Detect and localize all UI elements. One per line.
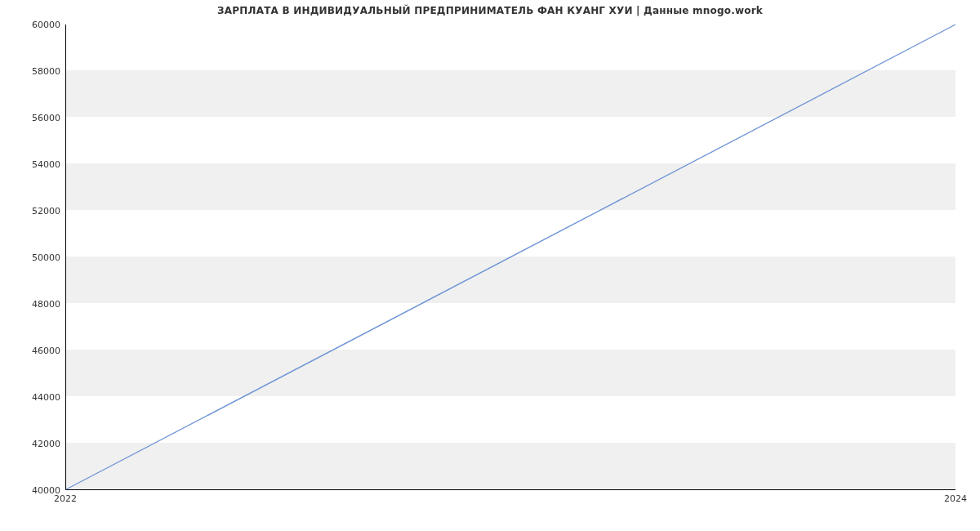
chart-title: ЗАРПЛАТА В ИНДИВИДУАЛЬНЫЙ ПРЕДПРИНИМАТЕЛ… <box>0 5 980 16</box>
x-tick-label: 2022 <box>54 493 77 504</box>
plot-area <box>65 25 956 490</box>
y-tick-label: 60000 <box>11 20 60 30</box>
y-tick-label: 50000 <box>11 252 60 263</box>
y-tick-label: 44000 <box>11 392 60 403</box>
y-tick-label: 42000 <box>11 439 60 449</box>
y-tick-label: 48000 <box>11 299 60 310</box>
y-tick-label: 46000 <box>11 346 60 356</box>
data-line <box>66 25 956 489</box>
y-tick-label: 56000 <box>11 113 60 123</box>
y-tick-label: 40000 <box>11 485 60 496</box>
y-tick-label: 54000 <box>11 159 60 170</box>
chart-container: ЗАРПЛАТА В ИНДИВИДУАЛЬНЫЙ ПРЕДПРИНИМАТЕЛ… <box>0 0 980 531</box>
y-tick-label: 58000 <box>11 66 60 77</box>
y-tick-label: 52000 <box>11 206 60 216</box>
x-tick-label: 2024 <box>944 493 967 504</box>
